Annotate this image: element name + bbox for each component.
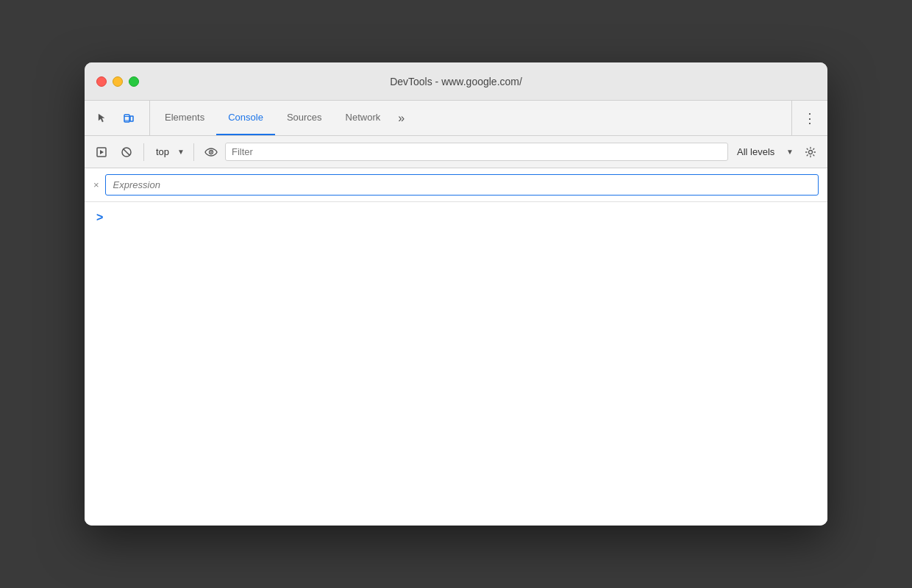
live-expression-close-button[interactable]: × (93, 179, 99, 190)
inspect-element-icon[interactable] (90, 107, 114, 130)
svg-point-10 (809, 150, 813, 154)
watch-expressions-icon[interactable] (200, 141, 222, 163)
console-area[interactable]: > (85, 202, 827, 526)
console-prompt-line: > (85, 205, 827, 230)
console-input[interactable] (109, 212, 816, 223)
close-button[interactable] (96, 76, 107, 87)
context-selector[interactable]: top ▼ (150, 143, 188, 160)
tab-network[interactable]: Network (334, 101, 393, 135)
more-options-button[interactable]: ⋮ (798, 107, 822, 130)
traffic-lights (96, 76, 139, 87)
context-select-input[interactable]: top (150, 143, 188, 160)
tab-bar-icons (90, 101, 150, 135)
devtools-window: DevTools - www.google.com/ (85, 62, 827, 526)
tab-sources[interactable]: Sources (275, 101, 334, 135)
settings-button[interactable] (799, 141, 822, 163)
toolbar-divider (143, 143, 144, 161)
minimize-button[interactable] (113, 76, 123, 87)
filter-input[interactable] (225, 143, 728, 161)
tabs: Elements Console Sources Network » (153, 101, 791, 135)
tab-bar-end: ⋮ (791, 101, 822, 135)
live-expression-input[interactable] (105, 174, 819, 196)
device-toggle-icon[interactable] (117, 107, 140, 130)
window-title: DevTools - www.google.com/ (390, 76, 522, 87)
log-levels-selector[interactable]: All levels Verbose Info Warnings Errors … (731, 143, 797, 160)
execute-script-button[interactable] (90, 141, 113, 163)
tab-elements[interactable]: Elements (153, 101, 216, 135)
live-expression-bar: × (85, 168, 827, 202)
clear-console-button[interactable] (115, 141, 138, 163)
tab-overflow-button[interactable]: » (392, 101, 410, 135)
tab-bar: Elements Console Sources Network » ⋮ (85, 101, 827, 136)
toolbar-divider-2 (193, 143, 194, 161)
console-toolbar: top ▼ All levels Verbose Info Warnings E… (85, 136, 827, 168)
svg-marker-5 (100, 150, 104, 154)
prompt-arrow-icon: > (96, 211, 103, 224)
title-bar: DevTools - www.google.com/ (85, 62, 827, 101)
tab-console[interactable]: Console (216, 101, 275, 135)
svg-rect-1 (130, 116, 133, 121)
maximize-button[interactable] (129, 76, 139, 87)
log-levels-select-input[interactable]: All levels Verbose Info Warnings Errors (731, 143, 797, 160)
svg-point-9 (210, 151, 212, 153)
svg-line-7 (124, 148, 130, 155)
